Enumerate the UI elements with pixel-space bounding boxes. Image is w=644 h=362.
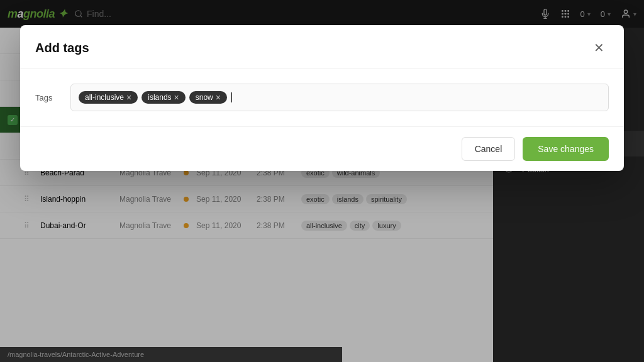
- tags-label: Tags: [35, 93, 60, 102]
- save-button[interactable]: Save changes: [523, 137, 609, 161]
- add-tags-modal: Add tags ✕ Tags all-inclusive × islands …: [20, 25, 624, 171]
- tag-remove-islands[interactable]: ×: [174, 93, 179, 102]
- tag-remove-all-inclusive[interactable]: ×: [126, 93, 131, 102]
- tag-badge-all-inclusive: all-inclusive ×: [79, 91, 138, 104]
- tag-remove-snow[interactable]: ×: [216, 93, 221, 102]
- modal-close-button[interactable]: ✕: [589, 38, 609, 58]
- tags-field: Tags all-inclusive × islands × snow ×: [35, 84, 609, 111]
- tag-badge-label: snow: [196, 93, 213, 102]
- tag-badge-islands: islands ×: [142, 91, 186, 104]
- tag-badge-label: all-inclusive: [85, 93, 124, 102]
- tag-badge-snow: snow ×: [189, 91, 227, 104]
- tags-input-area[interactable]: all-inclusive × islands × snow ×: [70, 84, 609, 111]
- modal-overlay: Add tags ✕ Tags all-inclusive × islands …: [0, 0, 644, 362]
- modal-body: Tags all-inclusive × islands × snow ×: [20, 69, 624, 126]
- cancel-button[interactable]: Cancel: [462, 137, 516, 161]
- modal-header: Add tags ✕: [20, 25, 624, 69]
- modal-title: Add tags: [35, 41, 89, 55]
- text-cursor: [231, 92, 232, 102]
- tag-badge-label: islands: [148, 93, 171, 102]
- modal-footer: Cancel Save changes: [20, 126, 624, 171]
